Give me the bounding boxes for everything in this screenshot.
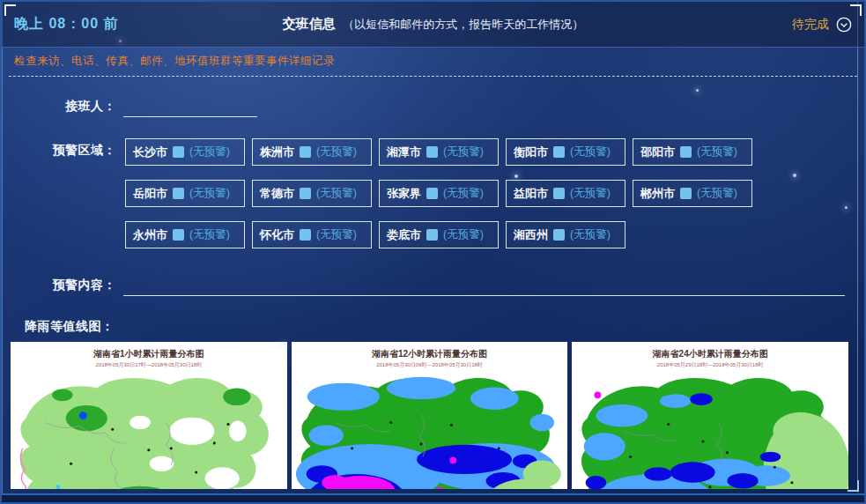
- important-events-tip: 检查来访、电话、传真、邮件、地环值班群等重要事件详细记录: [2, 48, 864, 74]
- section-header: 晚上 08：00 前 交班信息 （以短信和邮件的方式，报告昨天的工作情况） 待完…: [2, 2, 864, 48]
- map-subtitle: 2018年05月30日17时—2018年05月30日18时: [11, 361, 287, 369]
- star-speck: [845, 206, 847, 209]
- city-box-loudi: 娄底市 (无预警): [379, 221, 499, 248]
- city-checkbox[interactable]: [553, 146, 565, 158]
- city-box-shaoyang: 邵阳市 (无预警): [633, 138, 752, 166]
- map-title: 湖南省24小时累计雨量分布图: [572, 348, 848, 360]
- no-warning-label: (无预警): [697, 145, 737, 159]
- city-box-hengyang: 衡阳市 (无预警): [506, 138, 625, 166]
- star-speck: [514, 174, 518, 178]
- no-warning-label: (无预警): [443, 145, 484, 159]
- no-warning-label: (无预警): [189, 145, 230, 159]
- city-name: 衡阳市: [514, 145, 548, 160]
- rainfall-map-12h-image: [292, 371, 568, 489]
- city-name: 张家界: [387, 186, 421, 202]
- no-warning-label: (无预警): [189, 227, 230, 242]
- city-checkbox[interactable]: [426, 229, 438, 241]
- receiver-label: 接班人：: [11, 94, 116, 115]
- city-checkbox[interactable]: [426, 188, 438, 199]
- no-warning-label: (无预警): [570, 145, 611, 159]
- city-box-zhangjiajie: 张家界 (无预警): [379, 180, 499, 207]
- corner-bracket-top-right: [850, 4, 862, 16]
- city-box-yueyang: 岳阳市 (无预警): [125, 180, 245, 207]
- map-title: 湖南省1小时累计雨量分布图: [11, 348, 287, 360]
- header-title-group: 交班信息 （以短信和邮件的方式，报告昨天的工作情况）: [2, 16, 864, 33]
- city-box-xiangtan: 湘潭市 (无预警): [379, 138, 499, 166]
- no-warning-label: (无预警): [443, 186, 484, 201]
- rainfall-map-12h: 湖南省12小时累计雨量分布图 2018年05月30日06时—2018年05月30…: [292, 342, 568, 489]
- city-checkbox[interactable]: [300, 146, 311, 158]
- city-checkbox[interactable]: [553, 229, 565, 241]
- rainfall-maps-label: 降雨等值线图：: [11, 319, 855, 335]
- city-name: 湘潭市: [387, 145, 421, 160]
- city-name: 益阳市: [514, 186, 548, 202]
- rainfall-map-1h: 湖南省1小时累计雨量分布图 2018年05月30日17时—2018年05月30日…: [11, 342, 287, 489]
- city-name: 怀化市: [260, 227, 294, 243]
- city-checkbox[interactable]: [173, 229, 184, 241]
- city-box-zhuzhou: 株洲市 (无预警): [252, 138, 372, 166]
- city-checkbox[interactable]: [300, 188, 311, 199]
- city-name: 邵阳市: [640, 145, 675, 160]
- map-title: 湖南省12小时累计雨量分布图: [292, 348, 568, 360]
- city-name: 娄底市: [387, 227, 421, 243]
- city-name: 郴州市: [640, 186, 675, 202]
- city-box-yongzhou: 永州市 (无预警): [125, 221, 245, 248]
- rainfall-maps-row: 湖南省1小时累计雨量分布图 2018年05月30日17时—2018年05月30日…: [11, 342, 848, 489]
- receiver-row: 接班人：: [11, 94, 855, 117]
- city-checkbox[interactable]: [553, 188, 565, 199]
- warning-area-row: 预警区域： 长沙市 (无预警) 株洲市 (无预警) 湘潭市 (无预警): [11, 138, 855, 248]
- city-box-chenzhou: 郴州市 (无预警): [633, 180, 752, 207]
- city-name: 永州市: [133, 227, 167, 243]
- city-name: 长沙市: [133, 145, 167, 160]
- frame-inner-line-left: [2, 2, 3, 502]
- rainfall-map-1h-image: [11, 371, 287, 489]
- frame-inner-line-right: [857, 2, 858, 493]
- map-subtitle: 2018年05月29日18时—2018年05月30日18时: [572, 361, 848, 369]
- city-grid: 长沙市 (无预警) 株洲市 (无预警) 湘潭市 (无预警) 衡阳市: [125, 138, 752, 248]
- city-name: 株洲市: [260, 145, 294, 160]
- city-checkbox[interactable]: [426, 146, 438, 158]
- city-checkbox[interactable]: [680, 146, 692, 158]
- corner-bracket-top-left: [4, 4, 16, 16]
- city-box-xiangxi: 湘西州 (无预警): [506, 221, 625, 248]
- section-title: 交班信息: [283, 16, 336, 31]
- city-name: 常德市: [260, 186, 294, 202]
- city-checkbox[interactable]: [300, 229, 311, 241]
- star-speck: [793, 174, 796, 177]
- city-name: 湘西州: [514, 227, 548, 243]
- city-checkbox[interactable]: [173, 188, 184, 199]
- no-warning-label: (无预警): [316, 186, 357, 201]
- star-speck: [696, 89, 699, 92]
- warning-content-label: 预警内容：: [11, 273, 116, 293]
- city-checkbox[interactable]: [680, 188, 692, 199]
- warning-area-label: 预警区域：: [11, 138, 116, 159]
- no-warning-label: (无预警): [316, 145, 357, 159]
- map-subtitle: 2018年05月30日06时—2018年05月30日18时: [292, 361, 568, 369]
- city-name: 岳阳市: [133, 186, 167, 202]
- city-box-changsha: 长沙市 (无预警): [125, 138, 245, 166]
- warning-content-input[interactable]: [123, 275, 845, 296]
- no-warning-label: (无预警): [570, 186, 611, 201]
- city-checkbox[interactable]: [173, 146, 184, 158]
- no-warning-label: (无预警): [570, 227, 611, 242]
- star-speck: [282, 344, 285, 346]
- status-badge: 待完成: [792, 17, 829, 33]
- city-box-changde: 常德市 (无预警): [252, 180, 372, 207]
- no-warning-label: (无预警): [443, 227, 484, 242]
- rainfall-map-24h-image: [572, 371, 848, 489]
- shift-handover-panel: 晚上 08：00 前 交班信息 （以短信和邮件的方式，报告昨天的工作情况） 待完…: [0, 0, 866, 504]
- next-section-edge: [2, 493, 864, 502]
- deadline-time: 晚上 08：00 前: [14, 15, 118, 33]
- city-box-huaihua: 怀化市 (无预警): [252, 221, 372, 248]
- warning-content-row: 预警内容：: [11, 273, 855, 296]
- form-content: 接班人： 预警区域： 长沙市 (无预警) 株洲市 (无预警) 湘潭市: [2, 77, 864, 489]
- city-box-yiyang: 益阳市 (无预警): [506, 180, 625, 207]
- status-group: 待完成: [792, 17, 852, 33]
- corner-bracket-bottom-right: [847, 480, 859, 492]
- rainfall-map-24h: 湖南省24小时累计雨量分布图 2018年05月29日18时—2018年05月30…: [572, 342, 848, 489]
- receiver-input[interactable]: [123, 96, 257, 117]
- no-warning-label: (无预警): [316, 227, 357, 242]
- section-subtitle: （以短信和邮件的方式，报告昨天的工作情况）: [343, 18, 583, 31]
- no-warning-label: (无预警): [697, 186, 737, 201]
- chevron-down-circle-icon[interactable]: [836, 17, 852, 33]
